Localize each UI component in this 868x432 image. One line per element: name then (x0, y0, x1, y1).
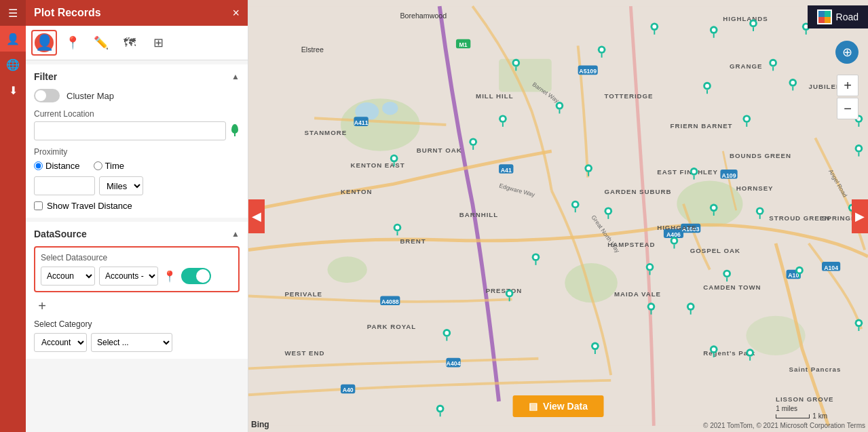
datasource-value-select[interactable]: Accounts - Contacts (99, 267, 158, 286)
grid-toolbar-icon: ⊞ (153, 35, 164, 50)
filter-chevron-icon: ▲ (231, 72, 240, 81)
svg-rect-195 (825, 17, 831, 23)
unit-select[interactable]: Miles Km (99, 176, 143, 195)
datasource-label: DataSource (34, 229, 87, 239)
svg-point-151 (725, 272, 729, 276)
datasource-toggle[interactable] (181, 268, 211, 284)
map-nav-left-button[interactable]: ◀ (248, 199, 265, 233)
svg-text:PERIVALE: PERIVALE (284, 290, 322, 298)
sidebar: ☰ 👤 🌐 ⬇ (0, 0, 26, 432)
svg-text:GARDEN SUBURB: GARDEN SUBURB (604, 188, 671, 195)
download-arrow-icon: ⬇ (9, 84, 18, 97)
distance-radio-label[interactable]: Distance (34, 161, 80, 171)
svg-point-127 (606, 209, 610, 213)
filter-header[interactable]: Filter ▲ (34, 71, 240, 82)
current-location-input[interactable] (34, 121, 226, 140)
datasource-header[interactable]: DataSource ▲ (34, 229, 240, 239)
svg-text:A104: A104 (824, 264, 838, 271)
marker-toolbar-button[interactable]: 📍 (60, 30, 86, 56)
menu-bars-icon: ☰ (8, 7, 18, 20)
svg-point-115 (392, 157, 396, 161)
current-location-label: Current Location (34, 109, 240, 119)
category-type-select[interactable]: Account (34, 333, 87, 352)
scale-miles-label: 1 miles (776, 405, 797, 412)
svg-text:CAMDEN TOWN: CAMDEN TOWN (703, 283, 761, 291)
svg-text:MILL HILL: MILL HILL (476, 92, 513, 100)
user-silhouette-icon: 👤 (6, 33, 20, 45)
svg-text:WEST END: WEST END (284, 349, 324, 357)
compass-button[interactable]: ⊕ (835, 41, 858, 64)
view-data-button[interactable]: ▤ View Data (512, 395, 604, 417)
globe-silhouette-icon: 🌐 (6, 58, 20, 71)
zoom-out-button[interactable]: − (837, 98, 858, 119)
map-container[interactable]: M1 A41 A406 A5109 A411 A1003 (248, 0, 868, 432)
svg-text:GOSPEL OAK: GOSPEL OAK (690, 247, 740, 254)
svg-text:LISSON GROVE: LISSON GROVE (776, 395, 834, 403)
sidebar-user-icon[interactable]: 👤 (0, 26, 26, 52)
svg-text:STROUD GREEN: STROUD GREEN (769, 214, 830, 222)
svg-text:A411: A411 (354, 119, 369, 126)
svg-point-142 (673, 239, 677, 243)
datasource-chevron-icon: ▲ (231, 229, 240, 239)
distance-radio[interactable] (34, 161, 43, 170)
person-icon: 👤 (35, 34, 54, 52)
zoom-in-button[interactable]: + (837, 75, 858, 96)
map-nav-right-button[interactable]: ▶ (852, 199, 868, 233)
svg-text:Saint Pancras: Saint Pancras (789, 366, 841, 373)
svg-point-3 (677, 181, 742, 227)
person-toolbar-button[interactable]: 👤 (31, 30, 57, 56)
filter-section: Filter ▲ Cluster Map Current Location Pr… (26, 64, 248, 218)
category-row: Account Select ... Category A (34, 333, 240, 352)
pin-marker-icon[interactable]: 📍 (162, 269, 177, 283)
show-travel-checkbox[interactable] (34, 201, 43, 210)
svg-text:MAIDA VALE: MAIDA VALE (614, 290, 661, 298)
sidebar-globe-icon[interactable]: 🌐 (0, 52, 26, 77)
grid-toolbar-button[interactable]: ⊞ (145, 30, 171, 56)
category-value-select[interactable]: Select ... Category A (91, 333, 172, 352)
panel-header: Plot Records × (26, 0, 248, 26)
svg-point-169 (593, 344, 597, 348)
proximity-label: Proximity (34, 147, 240, 157)
cluster-map-toggle[interactable] (34, 89, 60, 102)
svg-text:HIGHLANDS: HIGHLANDS (723, 15, 768, 22)
add-datasource-row: + (34, 298, 240, 314)
pencil-toolbar-button[interactable]: ✏️ (88, 30, 114, 56)
scale-km-label: 1 km (812, 412, 827, 420)
location-marker-icon: 📍 (163, 270, 176, 283)
sidebar-menu-icon[interactable]: ☰ (0, 0, 26, 26)
panel-toolbar: 👤 📍 ✏️ 🗺 ⊞ (26, 26, 248, 60)
svg-point-163 (689, 305, 693, 309)
sidebar-download-icon[interactable]: ⬇ (0, 77, 26, 103)
scale-bar: 1 miles 1 km (776, 405, 827, 420)
time-radio-label[interactable]: Time (94, 161, 124, 171)
bing-logo: Bing (251, 420, 269, 429)
svg-point-139 (396, 226, 400, 230)
plot-records-panel: Plot Records × 👤 📍 ✏️ 🗺 ⊞ Filter ▲ (26, 0, 248, 432)
marker-toolbar-icon: 📍 (65, 35, 80, 50)
svg-text:FRIERN BARNET: FRIERN BARNET (671, 122, 733, 130)
svg-point-172 (712, 347, 716, 351)
show-travel-row: Show Travel Distance (34, 201, 240, 211)
svg-text:KENTON EAST: KENTON EAST (351, 161, 405, 169)
svg-rect-193 (825, 11, 831, 17)
svg-point-82 (600, 47, 604, 52)
svg-text:Elstree: Elstree (301, 45, 324, 54)
svg-point-76 (751, 21, 755, 25)
zoom-controls: + − (837, 75, 858, 119)
add-datasource-button[interactable]: + (34, 298, 50, 314)
svg-text:KENTON: KENTON (341, 188, 373, 195)
map-type-button[interactable]: Road (808, 5, 868, 28)
svg-text:TOTTERIDGE: TOTTERIDGE (604, 92, 653, 100)
time-radio[interactable] (94, 161, 102, 170)
svg-text:HIGHGATE: HIGHGATE (657, 224, 696, 231)
datasource-type-select[interactable]: Accoun Account (41, 267, 95, 286)
close-button[interactable]: × (232, 7, 240, 19)
map-toolbar-button[interactable]: 🗺 (117, 30, 143, 56)
proximity-radio-row: Distance Time (34, 161, 240, 171)
svg-point-4 (328, 256, 367, 283)
distance-value-input[interactable] (34, 176, 95, 195)
select-category-label: Select Category (34, 319, 240, 329)
cluster-map-label: Cluster Map (67, 91, 114, 101)
location-pin-icon (230, 124, 240, 138)
map-attribution: © 2021 TomTom, © 2021 Microsoft Corporat… (703, 422, 865, 429)
